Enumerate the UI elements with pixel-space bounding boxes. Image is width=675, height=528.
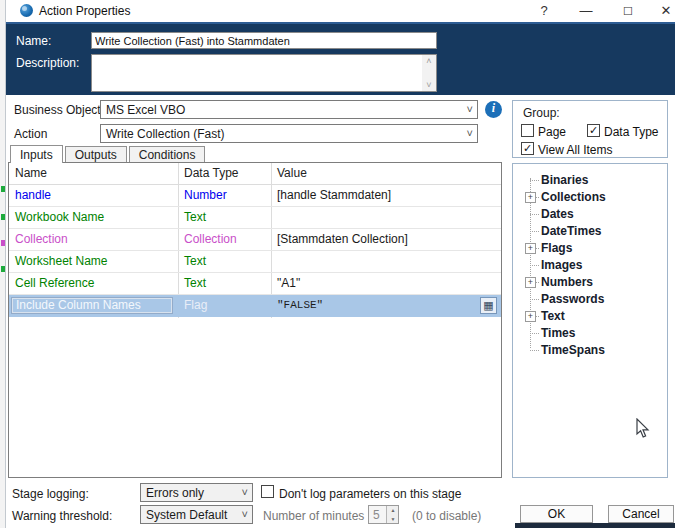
tree-item-collections[interactable]: +Collections	[513, 189, 667, 206]
help-button[interactable]: ?	[530, 0, 558, 22]
tree-connector	[530, 333, 539, 334]
datatype-checkbox-label[interactable]: Data Type	[604, 125, 658, 139]
spin-down-icon[interactable]: ▼	[387, 516, 399, 522]
param-name: Worksheet Name	[15, 254, 107, 268]
business-object-value: MS Excel VBO	[106, 103, 185, 117]
ok-button[interactable]: OK	[520, 505, 593, 523]
tree-item-timespans[interactable]: TimeSpans	[513, 342, 667, 359]
minimize-button[interactable]: —	[572, 0, 600, 22]
group-label: Group:	[523, 106, 560, 120]
action-label: Action	[14, 127, 47, 141]
param-datatype: Collection	[178, 229, 271, 251]
tree-connector	[530, 180, 539, 181]
param-datatype: Flag	[178, 295, 271, 317]
warning-threshold-label: Warning threshold:	[12, 509, 112, 523]
info-icon[interactable]: i	[485, 101, 502, 118]
tree-item-label: Images	[541, 258, 582, 272]
param-value[interactable]: "A1"	[271, 273, 499, 295]
view-all-items-label[interactable]: View All Items	[538, 143, 612, 157]
description-input[interactable]	[92, 55, 422, 91]
page-checkbox[interactable]	[521, 124, 534, 137]
param-name: Collection	[15, 232, 68, 246]
param-datatype: Number	[178, 185, 271, 207]
business-object-dropdown[interactable]: MS Excel VBO ˅	[100, 100, 478, 119]
column-header-value: Value	[271, 163, 499, 185]
datatype-checkbox[interactable]: ✓	[587, 124, 600, 137]
param-datatype: Text	[178, 207, 271, 229]
dont-log-checkbox[interactable]	[261, 485, 274, 498]
tree-item-label: Passwords	[541, 292, 604, 306]
view-all-items-checkbox[interactable]: ✓	[521, 142, 534, 155]
tree-item-label: Dates	[541, 207, 574, 221]
table-row[interactable]: Workbook NameText	[9, 207, 501, 229]
dont-log-label[interactable]: Don't log parameters on this stage	[279, 487, 461, 501]
warning-threshold-dropdown[interactable]: System Default ˅	[140, 505, 253, 524]
tree-item-text[interactable]: +Text	[513, 308, 667, 325]
tree-item-passwords[interactable]: Passwords	[513, 291, 667, 308]
table-row[interactable]: CollectionCollection[Stammdaten Collecti…	[9, 229, 501, 251]
minutes-spinner[interactable]: 5 ▲ ▼	[368, 505, 399, 524]
param-name: Include Column Names	[11, 297, 173, 314]
tree-item-numbers[interactable]: +Numbers	[513, 274, 667, 291]
table-row[interactable]: Worksheet NameText	[9, 251, 501, 273]
tree-item-label: Numbers	[541, 275, 593, 289]
table-row[interactable]: Include Column NamesFlag"FALSE"▦	[9, 295, 501, 317]
stage-logging-value: Errors only	[146, 486, 204, 500]
column-header-datatype: Data Type	[178, 163, 271, 185]
title-bar: Action Properties ? — ☐ ✕	[6, 0, 675, 22]
background-window-corner	[515, 523, 675, 528]
param-value[interactable]	[271, 251, 499, 273]
expression-editor-button[interactable]: ▦	[480, 297, 497, 314]
expand-icon[interactable]: +	[525, 192, 536, 203]
cancel-button[interactable]: Cancel	[608, 505, 674, 523]
table-row[interactable]: Cell ReferenceText"A1"	[9, 273, 501, 295]
param-name: Cell Reference	[15, 276, 94, 290]
expand-icon[interactable]: +	[525, 243, 536, 254]
window-title: Action Properties	[39, 4, 130, 18]
param-value[interactable]: [handle Stammdaten]	[271, 185, 499, 207]
tree-item-label: TimeSpans	[541, 343, 605, 357]
param-datatype: Text	[178, 251, 271, 273]
page-checkbox-label[interactable]: Page	[538, 125, 566, 139]
tree-item-label: Times	[541, 326, 575, 340]
maximize-button[interactable]: ☐	[614, 0, 642, 22]
param-value[interactable]: [Stammdaten Collection]	[271, 229, 499, 251]
tree-item-datetimes[interactable]: DateTimes	[513, 223, 667, 240]
scroll-up-icon[interactable]: ˄	[422, 55, 436, 67]
spinner-arrows[interactable]: ▲ ▼	[386, 506, 398, 523]
name-label: Name:	[16, 34, 51, 48]
description-field-wrap: ˄ ˅	[91, 54, 437, 92]
tree-item-label: Flags	[541, 241, 572, 255]
tree-item-binaries[interactable]: Binaries	[513, 172, 667, 189]
tab-inputs[interactable]: Inputs	[10, 145, 63, 163]
stage-logging-dropdown[interactable]: Errors only ˅	[140, 483, 253, 502]
action-dropdown[interactable]: Write Collection (Fast) ˅	[100, 124, 478, 143]
scroll-down-icon[interactable]: ˅	[422, 79, 436, 91]
mouse-cursor	[636, 418, 651, 440]
business-object-label: Business Object	[14, 103, 101, 117]
inputs-table: Name Data Type Value handleNumber[handle…	[8, 162, 502, 478]
name-input[interactable]	[91, 32, 437, 49]
tree-item-times[interactable]: Times	[513, 325, 667, 342]
param-value[interactable]: "FALSE"	[271, 295, 499, 317]
close-button[interactable]: ✕	[652, 0, 675, 22]
tree-item-images[interactable]: Images	[513, 257, 667, 274]
chevron-down-icon: ˅	[467, 127, 473, 139]
table-row[interactable]: handleNumber[handle Stammdaten]	[9, 185, 501, 207]
tree-connector	[530, 214, 539, 215]
minutes-value: 5	[373, 508, 380, 522]
chevron-down-icon: ˅	[242, 486, 248, 498]
description-scrollbar[interactable]: ˄ ˅	[422, 55, 436, 91]
param-name: handle	[15, 188, 51, 202]
expand-icon[interactable]: +	[525, 311, 536, 322]
stage-logging-label: Stage logging:	[12, 487, 89, 501]
tree-item-dates[interactable]: Dates	[513, 206, 667, 223]
param-value[interactable]	[271, 207, 499, 229]
spin-up-icon[interactable]: ▲	[387, 507, 399, 513]
warning-threshold-value: System Default	[146, 508, 227, 522]
tab-conditions[interactable]: Conditions	[129, 146, 206, 163]
tree-item-flags[interactable]: +Flags	[513, 240, 667, 257]
expand-icon[interactable]: +	[525, 277, 536, 288]
tab-outputs[interactable]: Outputs	[65, 146, 127, 163]
tree-connector	[530, 231, 539, 232]
